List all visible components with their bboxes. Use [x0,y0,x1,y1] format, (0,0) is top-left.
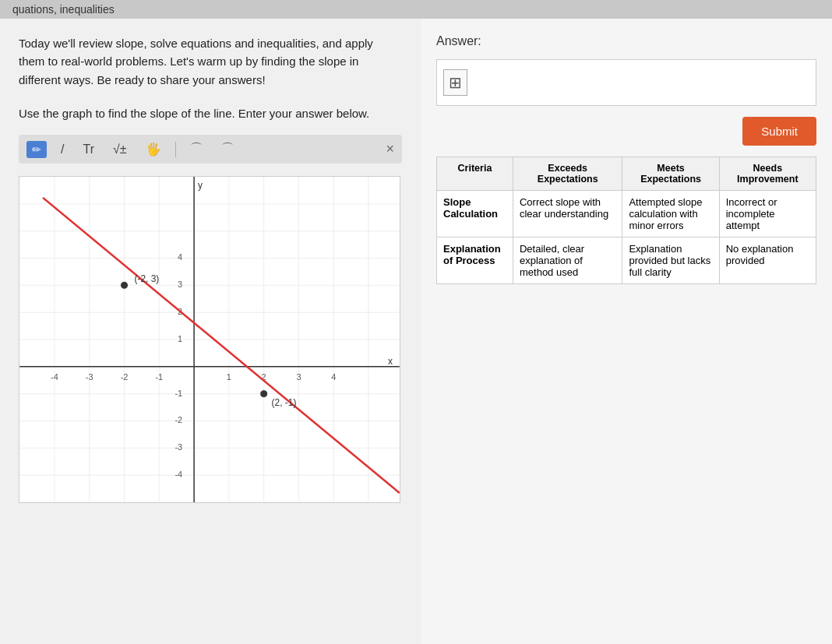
needs-explanation: No explanation provided [719,238,816,284]
sqrt-button[interactable]: √± [108,141,132,158]
coordinate-graph: -1 -2 -3 -4 1 2 3 4 1 2 3 4 -1 -2 -3 [19,177,400,502]
answer-input-area[interactable]: ⊞ [436,59,816,106]
svg-text:(2, -1): (2, -1) [272,397,297,408]
breadcrumb: quations, inequalities [12,3,115,16]
right-panel: Answer: ⊞ Submit Criteria Exceeds Expect… [421,19,832,644]
graph-area: -1 -2 -3 -4 1 2 3 4 1 2 3 4 -1 -2 -3 [19,176,400,503]
svg-text:(-2, 3): (-2, 3) [134,273,159,284]
svg-point-45 [260,390,268,398]
submit-row: Submit [436,117,816,146]
col-header-exceeds: Exceeds Expectations [513,157,622,191]
pencil-tool-button[interactable]: ✏ [26,141,47,158]
svg-text:4: 4 [178,252,182,262]
toolbar-divider [175,142,176,157]
col-header-meets: Meets Expectations [622,157,719,191]
exceeds-explanation: Detailed, clear explanation of method us… [513,238,622,284]
text-format-button[interactable]: Tr [78,141,99,158]
svg-text:-3: -3 [175,442,182,452]
close-button[interactable]: × [386,141,394,157]
criteria-slope: SlopeCalculation [437,191,513,238]
col-header-needs: Needs Improvement [719,157,816,191]
intro-text: Today we'll review slope, solve equation… [19,34,402,89]
rubric-row-slope: SlopeCalculation Correct slope with clea… [437,191,816,238]
svg-text:1: 1 [227,372,231,382]
person-button[interactable]: 🖐 [141,140,166,158]
question-text: Use the graph to find the slope of the l… [19,104,402,122]
criteria-explanation: Explanation of Process [437,238,513,284]
svg-text:1: 1 [178,334,182,343]
svg-text:-1: -1 [155,372,163,382]
rubric-table: Criteria Exceeds Expectations Meets Expe… [436,157,816,284]
svg-text:3: 3 [296,372,301,382]
svg-text:4: 4 [331,372,336,382]
answer-label: Answer: [436,34,816,48]
meets-explanation: Explanation provided but lacks full clar… [622,238,719,284]
keyboard-icon: ⊞ [443,69,467,96]
editor-toolbar: ✏ / Tr √± 🖐 ⌒ ⌒ × [19,135,402,164]
rubric-row-explanation: Explanation of Process Detailed, clear e… [437,238,816,284]
exceeds-slope: Correct slope with clear understanding [513,191,622,238]
redo-button[interactable]: ⌒ [217,139,238,159]
svg-text:x: x [388,356,393,367]
svg-text:-1: -1 [175,389,182,398]
svg-text:y: y [198,180,203,191]
col-header-criteria: Criteria [437,157,513,191]
svg-text:-4: -4 [175,470,182,479]
svg-text:-3: -3 [86,372,93,382]
needs-slope: Incorrect or incomplete attempt [719,191,816,238]
undo-button[interactable]: ⌒ [185,139,207,159]
svg-text:3: 3 [178,280,182,289]
left-panel: Today we'll review slope, solve equation… [0,19,421,644]
submit-button[interactable]: Submit [742,117,816,146]
svg-text:-2: -2 [121,372,129,382]
svg-text:-4: -4 [51,372,58,382]
svg-point-43 [121,281,129,289]
svg-text:-2: -2 [175,415,182,424]
meets-slope: Attempted slope calculation with minor e… [622,191,719,238]
slash-tool-button[interactable]: / [56,141,69,158]
